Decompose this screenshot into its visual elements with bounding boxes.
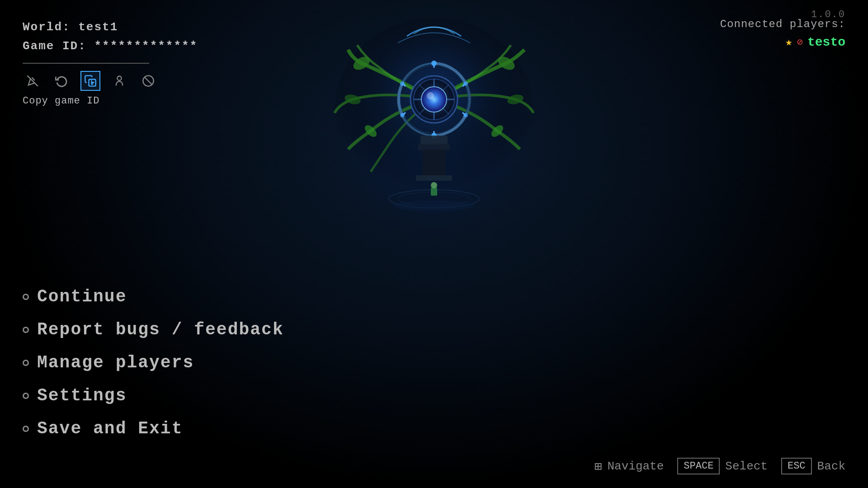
player-entry: ★ ⊘ testo — [720, 35, 845, 49]
svg-line-47 — [145, 77, 152, 84]
star-icon: ★ — [785, 35, 793, 49]
svg-rect-31 — [420, 136, 448, 145]
svg-point-24 — [427, 92, 434, 99]
person-button[interactable] — [109, 71, 129, 91]
back-control: ESC Back — [781, 458, 845, 474]
game-id-label: Game ID: ************* — [23, 37, 198, 56]
svg-point-27 — [463, 113, 468, 117]
icon-toolbar — [23, 71, 198, 91]
svg-rect-34 — [416, 175, 452, 181]
svg-point-38 — [431, 182, 437, 188]
player-name: testo — [807, 35, 845, 49]
navigate-label: Navigate — [608, 460, 664, 473]
bullet-save-exit — [23, 426, 29, 432]
select-label: Select — [725, 460, 768, 473]
menu-label-feedback: Report bugs / feedback — [37, 320, 284, 339]
svg-point-39 — [393, 200, 475, 211]
connected-players-panel: Connected players: ★ ⊘ testo — [720, 18, 845, 49]
ban-icon: ⊘ — [797, 36, 803, 48]
top-left-info: World: test1 Game ID: ************* — [23, 18, 198, 107]
menu-list: Continue Report bugs / feedback Manage p… — [23, 287, 284, 452]
pencil-off-button[interactable] — [23, 71, 42, 91]
bullet-continue — [23, 294, 29, 300]
esc-key: ESC — [781, 458, 812, 474]
svg-point-30 — [400, 81, 405, 86]
menu-label-manage-players: Manage players — [37, 353, 194, 372]
menu-item-save-exit[interactable]: Save and Exit — [23, 419, 284, 438]
slash-button[interactable] — [138, 71, 158, 91]
bullet-manage-players — [23, 360, 29, 366]
active-icon-label: Copy game ID — [23, 95, 198, 107]
back-label: Back — [817, 460, 845, 473]
gamepad-icon: ⊞ — [594, 459, 602, 474]
connected-players-label: Connected players: — [720, 18, 845, 30]
svg-rect-37 — [431, 188, 437, 196]
select-control: SPACE Select — [677, 458, 768, 474]
refresh-button[interactable] — [52, 71, 71, 91]
bottom-controls: ⊞ Navigate SPACE Select ESC Back — [594, 458, 845, 474]
navigate-control: ⊞ Navigate — [594, 459, 664, 474]
toolbar-divider — [23, 63, 149, 64]
menu-item-continue[interactable]: Continue — [23, 287, 284, 306]
menu-label-save-exit: Save and Exit — [37, 419, 183, 438]
menu-item-manage-players[interactable]: Manage players — [23, 353, 284, 372]
space-key: SPACE — [677, 458, 720, 474]
svg-rect-32 — [418, 144, 450, 150]
bullet-settings — [23, 393, 29, 399]
svg-point-29 — [400, 113, 405, 117]
menu-item-feedback[interactable]: Report bugs / feedback — [23, 320, 284, 339]
svg-point-45 — [117, 76, 121, 80]
game-scene — [276, 0, 592, 280]
menu-label-continue: Continue — [37, 287, 127, 306]
svg-rect-33 — [423, 150, 445, 177]
bullet-feedback — [23, 327, 29, 333]
copy-id-button[interactable] — [80, 71, 100, 91]
svg-point-26 — [463, 81, 468, 86]
menu-label-settings: Settings — [37, 386, 127, 405]
world-label: World: test1 — [23, 18, 198, 37]
svg-point-25 — [431, 61, 437, 66]
menu-item-settings[interactable]: Settings — [23, 386, 284, 405]
game-scene-svg — [326, 9, 542, 262]
